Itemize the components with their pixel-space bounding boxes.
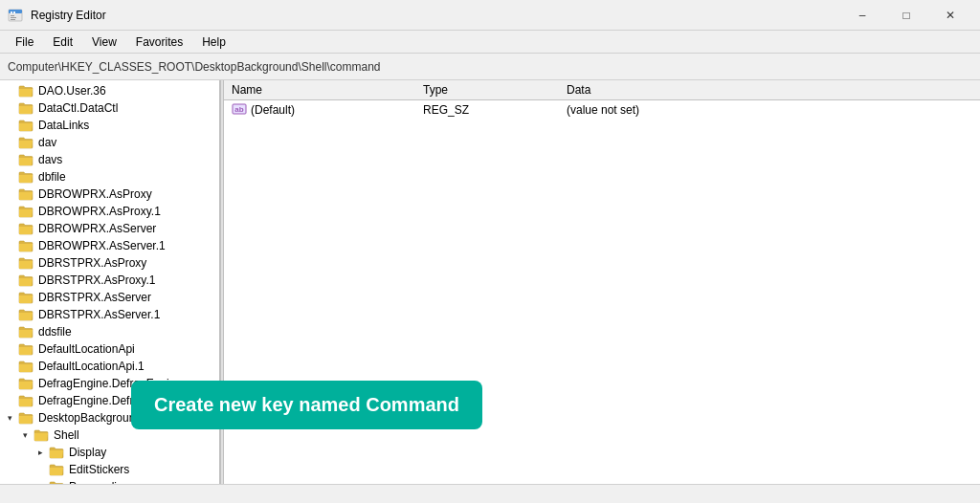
tree-item[interactable]: DBROWPRX.AsServer xyxy=(0,220,219,237)
folder-icon xyxy=(18,291,33,304)
folder-icon xyxy=(49,446,64,459)
registry-values-panel: Name Type Data ab (Default)REG_SZ(value … xyxy=(224,80,980,484)
menu-item-edit[interactable]: Edit xyxy=(45,33,80,51)
close-button[interactable]: ✕ xyxy=(928,0,972,31)
menu-item-help[interactable]: Help xyxy=(194,33,234,51)
tree-item-label: DBRSTPRX.AsServer xyxy=(38,291,151,304)
folder-icon xyxy=(18,153,33,166)
tree-item-label: DefaultLocationApi xyxy=(38,342,135,356)
tree-item[interactable]: davs xyxy=(0,151,219,168)
tree-item[interactable]: EditStickers xyxy=(0,461,219,478)
tree-item-label: Shell xyxy=(54,428,79,442)
folder-icon xyxy=(18,308,33,321)
folder-icon xyxy=(33,428,49,442)
folder-icon xyxy=(18,119,33,132)
tree-item-label: DAO.User.36 xyxy=(38,84,106,98)
folder-icon xyxy=(18,170,33,184)
cell-data: (value not set) xyxy=(559,100,980,120)
folder-icon xyxy=(18,205,33,218)
folder-icon xyxy=(18,325,33,339)
menu-item-file[interactable]: File xyxy=(8,33,41,51)
svg-rect-6 xyxy=(11,19,15,20)
tree-item-label: DefragEngine.DefragEngine xyxy=(38,377,182,390)
tree-item-label: DefragEngine.DefragEngine.1 xyxy=(38,394,191,407)
menu-item-favorites[interactable]: Favorites xyxy=(128,33,190,51)
tree-item-label: davs xyxy=(38,153,62,166)
tree-item-label: DBRSTPRX.AsProxy.1 xyxy=(38,273,155,287)
tree-item-label: DBROWPRX.AsServer.1 xyxy=(38,239,166,252)
address-bar: Computer\HKEY_CLASSES_ROOT\DesktopBackgr… xyxy=(0,54,980,80)
app-icon xyxy=(8,8,23,23)
folder-icon xyxy=(18,136,33,149)
tree-item[interactable]: DataLinks xyxy=(0,117,219,134)
tree-item[interactable]: DefaultLocationApi xyxy=(0,340,219,358)
minimize-button[interactable]: – xyxy=(840,0,884,31)
tree-item[interactable]: ▸ Personalize xyxy=(0,478,219,484)
tree-item[interactable]: ▾ Shell xyxy=(0,426,219,444)
tree-item-label: DefaultLocationApi.1 xyxy=(38,360,145,373)
app-title: Registry Editor xyxy=(31,9,106,22)
title-bar: Registry Editor – □ ✕ xyxy=(0,0,980,31)
tree-item[interactable]: DBRSTPRX.AsProxy.1 xyxy=(0,272,219,289)
tree-item-label: Display xyxy=(69,446,106,459)
menu-bar: FileEditViewFavoritesHelp xyxy=(0,31,980,54)
tree-item-label: DesktopBackground xyxy=(38,411,142,425)
table-row[interactable]: ab (Default)REG_SZ(value not set) xyxy=(224,100,980,120)
tree-item[interactable]: dav xyxy=(0,134,219,151)
folder-icon xyxy=(18,377,33,390)
status-bar xyxy=(0,484,980,503)
tree-item[interactable]: ▾ DesktopBackground xyxy=(0,409,219,426)
folder-icon xyxy=(18,273,33,287)
tree-item[interactable]: ddsfile xyxy=(0,323,219,340)
folder-icon xyxy=(18,342,33,356)
tree-item-label: DBROWPRX.AsProxy xyxy=(38,187,152,201)
expand-arrow[interactable]: ▾ xyxy=(19,429,31,441)
folder-icon xyxy=(18,360,33,373)
address-path: Computer\HKEY_CLASSES_ROOT\DesktopBackgr… xyxy=(8,60,381,74)
tree-item[interactable]: DefaultLocationApi.1 xyxy=(0,358,219,375)
tree-item[interactable]: DBRSTPRX.AsServer xyxy=(0,289,219,306)
tree-item[interactable]: DBRSTPRX.AsServer.1 xyxy=(0,306,219,323)
tree-item[interactable]: DBROWPRX.AsProxy.1 xyxy=(0,203,219,220)
expand-arrow[interactable]: ▸ xyxy=(34,447,46,458)
tree-item[interactable]: DBRSTPRX.AsProxy xyxy=(0,254,219,272)
folder-icon xyxy=(18,239,33,252)
svg-rect-4 xyxy=(11,15,14,16)
default-value-icon: ab xyxy=(232,101,247,120)
tree-item-label: dav xyxy=(38,136,56,149)
tree-item-label: DBROWPRX.AsProxy.1 xyxy=(38,205,161,218)
tree-item-label: EditStickers xyxy=(69,463,129,476)
tree-item[interactable]: DefragEngine.DefragEngine.1 xyxy=(0,392,219,409)
tree-item-label: Personalize xyxy=(69,480,129,484)
registry-tree: DAO.User.36 DataCtl.DataCtl DataLinks da… xyxy=(0,80,220,484)
tree-item[interactable]: DBROWPRX.AsServer.1 xyxy=(0,237,219,254)
menu-item-view[interactable]: View xyxy=(84,33,124,51)
expand-arrow[interactable]: ▸ xyxy=(34,481,46,484)
folder-icon xyxy=(18,394,33,407)
tree-item[interactable]: ▸ Display xyxy=(0,444,219,461)
tree-item[interactable]: dbfile xyxy=(0,168,219,186)
svg-rect-2 xyxy=(11,11,12,13)
svg-rect-5 xyxy=(11,17,16,18)
folder-icon xyxy=(18,256,33,270)
folder-icon xyxy=(49,463,64,476)
svg-rect-3 xyxy=(13,11,15,13)
expand-arrow[interactable]: ▾ xyxy=(4,412,15,424)
col-name: Name xyxy=(224,80,415,100)
tree-item[interactable]: DefragEngine.DefragEngine xyxy=(0,375,219,392)
registry-table: Name Type Data ab (Default)REG_SZ(value … xyxy=(224,80,980,120)
tree-item-label: DBROWPRX.AsServer xyxy=(38,222,156,235)
folder-icon xyxy=(18,411,33,425)
folder-icon xyxy=(49,480,64,484)
tree-item[interactable]: DAO.User.36 xyxy=(0,82,219,99)
cell-type: REG_SZ xyxy=(415,100,559,120)
col-type: Type xyxy=(415,80,559,100)
tree-item[interactable]: DBROWPRX.AsProxy xyxy=(0,186,219,203)
maximize-button[interactable]: □ xyxy=(884,0,928,31)
tree-item[interactable]: DataCtl.DataCtl xyxy=(0,99,219,117)
folder-icon xyxy=(18,101,33,115)
tree-item-label: ddsfile xyxy=(38,325,72,339)
tree-item-label: DBRSTPRX.AsProxy xyxy=(38,256,146,270)
col-data: Data xyxy=(559,80,980,100)
tree-item-label: DataLinks xyxy=(38,119,89,132)
